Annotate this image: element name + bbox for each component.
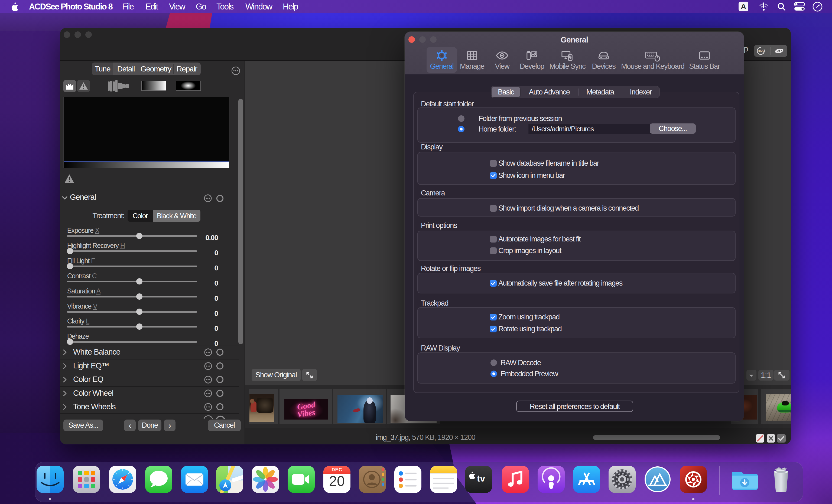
svg-text:365: 365 — [758, 49, 764, 53]
svg-text:tv: tv — [477, 473, 485, 483]
